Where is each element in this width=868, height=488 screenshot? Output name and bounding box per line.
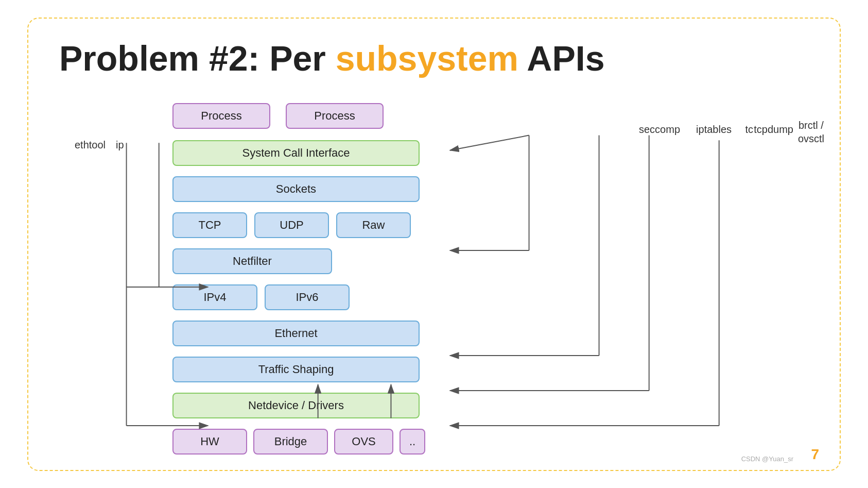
box-ipv6: IPv6 xyxy=(265,284,350,310)
slide: Problem #2: Per subsystem APIs ethtool i… xyxy=(27,18,841,471)
box-udp: UDP xyxy=(254,212,329,238)
box-netdevice: Netdevice / Drivers xyxy=(172,393,420,418)
box-hw: HW xyxy=(172,429,247,455)
box-traffic-shaping: Traffic Shaping xyxy=(172,357,420,382)
box-tcp: TCP xyxy=(172,212,247,238)
title-highlight: subsystem xyxy=(336,39,518,78)
label-tc: tc xyxy=(745,124,753,136)
box-ethernet: Ethernet xyxy=(172,321,420,346)
box-raw: Raw xyxy=(336,212,411,238)
box-netfilter: Netfilter xyxy=(172,248,332,274)
process-row: Process Process xyxy=(172,103,384,129)
box-sockets: Sockets xyxy=(172,176,420,202)
box-bridge: Bridge xyxy=(253,429,328,455)
slide-title: Problem #2: Per subsystem APIs xyxy=(59,39,809,78)
arrows-svg xyxy=(59,93,809,443)
box-syscall: System Call Interface xyxy=(172,140,420,166)
label-tcpdump: tcpdump xyxy=(754,124,793,136)
box-process1: Process xyxy=(172,103,270,129)
diagram-area: ethtool ip seccomp iptables tc tcpdump b… xyxy=(59,93,809,443)
page-number: 7 xyxy=(811,446,819,463)
box-ovs: OVS xyxy=(334,429,393,455)
hw-bridge-ovs-row: HW Bridge OVS .. xyxy=(172,429,425,455)
label-ip: ip xyxy=(116,139,124,151)
svg-line-9 xyxy=(450,136,529,150)
title-prefix: Problem #2: Per xyxy=(59,39,336,78)
label-iptables: iptables xyxy=(696,124,732,136)
box-ipv4: IPv4 xyxy=(172,284,257,310)
label-seccomp: seccomp xyxy=(639,124,680,136)
box-process2: Process xyxy=(286,103,384,129)
tcp-udp-raw-row: TCP UDP Raw xyxy=(172,212,411,238)
box-dots: .. xyxy=(400,429,425,455)
label-brctl: brctl /ovsctl xyxy=(798,119,824,145)
title-suffix: APIs xyxy=(518,39,605,78)
ipv4-ipv6-row: IPv4 IPv6 xyxy=(172,284,350,310)
watermark: CSDN @Yuan_sr xyxy=(741,455,793,463)
label-ethtool: ethtool xyxy=(75,139,106,151)
